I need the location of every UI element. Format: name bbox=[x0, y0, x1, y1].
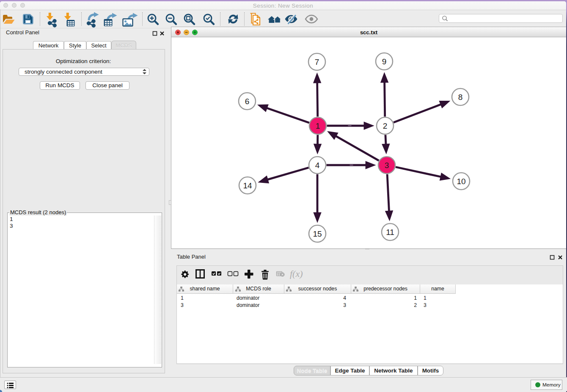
svg-text:8: 8 bbox=[458, 93, 463, 102]
svg-text:4: 4 bbox=[315, 161, 320, 170]
svg-text:2: 2 bbox=[383, 121, 388, 130]
svg-text:7: 7 bbox=[315, 58, 319, 66]
svg-text:3: 3 bbox=[385, 161, 389, 170]
svg-text:6: 6 bbox=[245, 97, 250, 106]
svg-text:9: 9 bbox=[382, 57, 387, 66]
svg-text:10: 10 bbox=[457, 177, 465, 186]
svg-text:1: 1 bbox=[316, 121, 320, 130]
svg-text:11: 11 bbox=[386, 228, 394, 237]
svg-text:14: 14 bbox=[243, 181, 252, 190]
svg-text:15: 15 bbox=[313, 229, 322, 238]
